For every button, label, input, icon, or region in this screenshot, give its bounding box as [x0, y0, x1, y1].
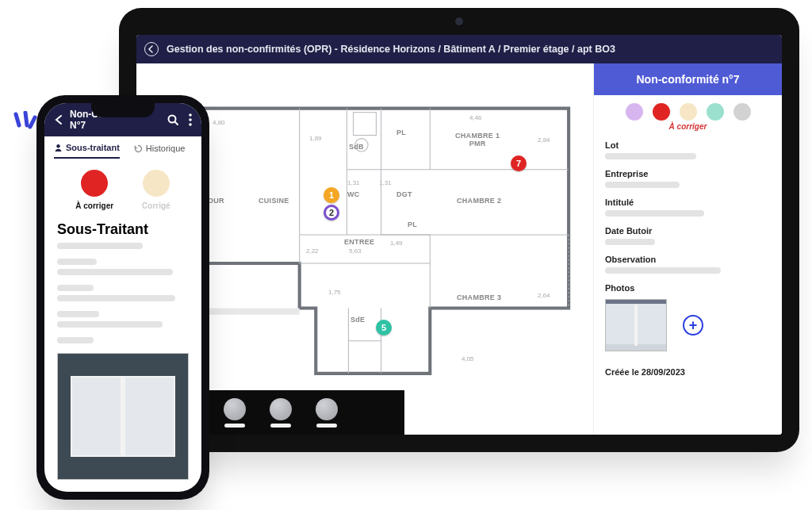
dim-563: 5,63	[349, 247, 362, 255]
pin-7[interactable]: 7	[511, 155, 527, 171]
breadcrumb: Gestion des non-confirmités (OPR) - Rési…	[167, 44, 615, 55]
pin-5[interactable]: 5	[376, 320, 392, 336]
room-label-chambre1: CHAMBRE 1 PMR	[455, 132, 500, 148]
tablet-screen: Gestion des non-confirmités (OPR) - Rési…	[136, 35, 782, 435]
dim-480: 4,80	[213, 119, 225, 126]
phone-tabs: Sous-traitant Historique	[44, 136, 201, 159]
status-dot-0[interactable]	[626, 103, 643, 121]
field-label-lot: Lot	[605, 140, 771, 150]
add-photo-button[interactable]: +	[683, 315, 703, 336]
tablet-device: Gestion des non-confirmités (OPR) - Rési…	[119, 8, 799, 452]
svg-point-22	[189, 113, 192, 117]
room-label-sdb: SdB	[349, 143, 364, 151]
room-label-dgt: DGT	[396, 190, 412, 198]
field-value-entreprise	[605, 182, 680, 188]
svg-point-20	[169, 116, 176, 123]
dim-264: 2,64	[538, 292, 550, 299]
tab-sous-traitant[interactable]: Sous-traitant	[54, 143, 120, 159]
arrow-left-icon	[147, 45, 155, 53]
tab-historique[interactable]: Historique	[134, 143, 186, 159]
field-value-date-butoir	[605, 239, 655, 245]
room-label-cuisine: CUISINE	[259, 197, 289, 205]
phone-screen: Non-Conformité N°7 Sous-traitant Histori…	[44, 103, 201, 492]
dim-131a: 1,31	[347, 179, 360, 186]
tab-label: Historique	[146, 144, 186, 153]
side-panel: Non-conformité n°7 À corriger Lot Entrep…	[593, 63, 782, 435]
field-value-observation	[605, 267, 721, 274]
detail-lines	[44, 243, 201, 343]
tool-button-1[interactable]	[224, 398, 246, 428]
tool-button-2[interactable]	[270, 398, 292, 428]
photo-thumbnail[interactable]	[605, 299, 667, 351]
room-label-pl1: PL	[396, 128, 406, 136]
room-label-sde: SdE	[350, 316, 365, 324]
status-dot-4[interactable]	[733, 103, 751, 121]
room-label-wc: WC	[347, 190, 360, 198]
status-caption: À corriger	[594, 122, 782, 131]
svg-point-23	[189, 118, 192, 121]
section-title: Sous-Traitant	[44, 213, 201, 243]
tab-label: Sous-traitant	[66, 143, 120, 152]
dim-189: 1,89	[309, 135, 322, 142]
person-icon	[54, 144, 63, 152]
status-dot-cream	[143, 170, 170, 197]
status-dot-row	[594, 95, 782, 122]
svg-line-0	[16, 114, 19, 125]
status-label-right: Corrigé	[142, 201, 170, 210]
dim-175: 1,75	[328, 289, 341, 296]
phone-device: Non-Conformité N°7 Sous-traitant Histori…	[36, 95, 209, 500]
status-dot-3[interactable]	[707, 103, 724, 121]
created-date: Créée le 28/09/2023	[594, 356, 782, 388]
room-label-pl2: PL	[408, 220, 417, 228]
back-button[interactable]	[144, 42, 159, 56]
phone-status-row: À corriger Corrigé	[44, 159, 201, 213]
status-dot-1[interactable]	[653, 103, 670, 121]
status-dot-2[interactable]	[680, 103, 697, 121]
tablet-header: Gestion des non-confirmités (OPR) - Rési…	[136, 35, 782, 63]
dim-149: 1,49	[390, 240, 403, 247]
pin-2[interactable]: 2	[324, 205, 339, 220]
svg-line-2	[30, 117, 35, 127]
dim-446: 4,46	[469, 114, 482, 121]
phone-photo[interactable]	[57, 353, 189, 480]
room-label-chambre2: CHAMBRE 2	[457, 197, 501, 205]
room-label-entree: ENTREE	[344, 238, 374, 246]
svg-line-1	[25, 113, 27, 125]
field-value-intitule	[605, 210, 704, 217]
arrow-left-icon[interactable]	[54, 114, 65, 125]
status-label-left: À corriger	[75, 201, 113, 210]
svg-point-24	[189, 123, 192, 126]
field-label-date-butoir: Date Butoir	[605, 226, 771, 236]
search-icon[interactable]	[167, 113, 179, 126]
tool-button-3[interactable]	[316, 398, 338, 428]
status-corrige[interactable]: Corrigé	[142, 170, 170, 210]
room-label-chambre3: CHAMBRE 3	[457, 293, 501, 301]
status-dot-red	[81, 170, 108, 197]
side-panel-title: Non-conformité n°7	[594, 63, 782, 95]
field-label-photos: Photos	[605, 283, 771, 293]
dim-284: 2,84	[538, 136, 550, 144]
field-label-entreprise: Entreprise	[605, 169, 771, 178]
phone-notch	[91, 103, 155, 117]
tablet-camera	[455, 17, 463, 25]
field-label-observation: Observation	[605, 255, 771, 264]
more-icon[interactable]	[189, 113, 192, 126]
history-icon	[134, 144, 143, 153]
dim-405: 4,05	[462, 355, 474, 362]
pin-1[interactable]: 1	[324, 187, 339, 203]
dim-222: 2,22	[306, 247, 319, 255]
status-a-corriger[interactable]: À corriger	[75, 170, 113, 210]
field-value-lot	[605, 153, 696, 159]
svg-line-21	[175, 122, 178, 125]
svg-point-25	[56, 144, 59, 148]
dim-131b: 1,31	[379, 179, 392, 186]
field-label-intitule: Intitulé	[605, 197, 771, 207]
svg-rect-19	[354, 113, 377, 136]
